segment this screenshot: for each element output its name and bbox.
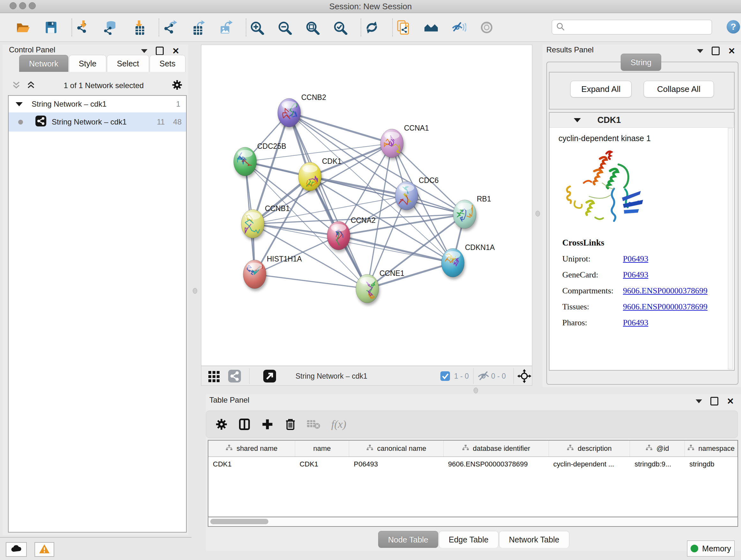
- network-collection-row[interactable]: String Network – cdk1 1: [9, 96, 186, 112]
- results-panel-collapse-icon[interactable]: [697, 49, 703, 53]
- network-node-CDK1[interactable]: [298, 162, 321, 191]
- birds-eye-grid-icon[interactable]: [207, 369, 221, 384]
- fit-selected-crosshair-icon[interactable]: [517, 369, 531, 384]
- network-node-CCNB2[interactable]: [278, 98, 300, 127]
- network-node-CCNE1[interactable]: [356, 274, 379, 303]
- add-column-icon[interactable]: [260, 417, 274, 431]
- network-edge[interactable]: [289, 113, 465, 214]
- results-scrollbar[interactable]: [728, 128, 733, 369]
- column-header-shared-name[interactable]: shared name: [208, 441, 295, 456]
- network-node-CDC25B[interactable]: [233, 147, 257, 176]
- crosslink-link[interactable]: 9606.ENSP00000378699: [623, 286, 708, 296]
- network-node-RB1[interactable]: [453, 200, 476, 229]
- control-panel-float-icon[interactable]: [156, 47, 164, 55]
- tab-network[interactable]: Network: [19, 55, 68, 72]
- close-window-icon[interactable]: [10, 2, 17, 9]
- search-box[interactable]: [552, 20, 712, 35]
- memory-button[interactable]: Memory: [687, 541, 735, 557]
- network-row-selected[interactable]: String Network – cdk1 11 48: [9, 112, 186, 132]
- column-header-description[interactable]: description: [549, 441, 630, 456]
- delete-column-trash-icon[interactable]: [283, 417, 297, 431]
- tab-network-table[interactable]: Network Table: [499, 531, 569, 548]
- zoom-out-icon[interactable]: [277, 20, 292, 35]
- tab-edge-table[interactable]: Edge Table: [439, 531, 498, 548]
- apply-layout-icon[interactable]: [364, 20, 379, 35]
- network-node-CCNB1[interactable]: [241, 209, 264, 238]
- show-hide-glass-icon[interactable]: [452, 20, 466, 35]
- table-settings-gear-icon[interactable]: [214, 417, 228, 431]
- network-node-CCNA2[interactable]: [327, 221, 350, 250]
- table-horizontal-scrollbar[interactable]: [208, 517, 738, 527]
- table-panel-float-icon[interactable]: [711, 397, 718, 406]
- results-panel-close-icon[interactable]: ✕: [728, 48, 735, 54]
- tab-string[interactable]: String: [621, 54, 661, 71]
- search-input[interactable]: [567, 23, 712, 32]
- tab-style[interactable]: Style: [69, 55, 107, 72]
- selected-checkbox-icon[interactable]: [440, 371, 450, 382]
- save-session-icon[interactable]: [44, 20, 58, 35]
- open-session-icon[interactable]: [16, 20, 30, 35]
- help-button[interactable]: ?: [727, 20, 740, 34]
- network-node-CDC6[interactable]: [395, 181, 418, 210]
- string-publications-icon[interactable]: [396, 20, 411, 35]
- expand-all-button[interactable]: Expand All: [570, 81, 631, 98]
- column-header-canonical-name[interactable]: canonical name: [349, 441, 444, 456]
- show-graphics-details-icon[interactable]: [479, 20, 494, 35]
- open-in-window-icon[interactable]: [263, 369, 277, 384]
- import-table-file-icon[interactable]: [131, 20, 145, 35]
- zoom-selected-icon[interactable]: [333, 20, 347, 35]
- export-network-icon[interactable]: [162, 20, 177, 35]
- import-network-file-icon[interactable]: [75, 20, 90, 35]
- hidden-eye-slash-icon[interactable]: [477, 370, 490, 383]
- network-canvas[interactable]: CCNB2CCNA1CDC25BCDK1CDC6RB1CCNB1CCNA2CDK…: [201, 45, 532, 366]
- bottom-splitter-handle[interactable]: [474, 388, 478, 393]
- import-network-database-icon[interactable]: [103, 20, 118, 35]
- tab-sets[interactable]: Sets: [150, 55, 185, 72]
- results-panel-float-icon[interactable]: [712, 47, 720, 55]
- column-header-database-identifier[interactable]: database identifier: [444, 441, 549, 456]
- crosslink-link[interactable]: 9606.ENSP00000378699: [623, 302, 708, 312]
- string-network-icon: [35, 115, 47, 129]
- string-home-icon[interactable]: [424, 20, 439, 35]
- gene-section-header[interactable]: CDK1: [549, 113, 734, 128]
- column-header-name[interactable]: name: [295, 441, 349, 456]
- expand-all-icon[interactable]: [26, 80, 36, 91]
- warnings-button[interactable]: [35, 542, 54, 557]
- table-panel-close-icon[interactable]: ✕: [727, 398, 734, 405]
- cloud-button[interactable]: [6, 542, 27, 557]
- network-edge[interactable]: [289, 113, 392, 143]
- crosslink-link[interactable]: P06493: [623, 270, 648, 280]
- gene-expander-icon[interactable]: [574, 118, 581, 122]
- show-columns-icon[interactable]: [238, 417, 252, 431]
- network-edge[interactable]: [339, 236, 453, 263]
- crosslink-link[interactable]: P06493: [623, 254, 648, 264]
- network-node-CCNA1[interactable]: [381, 129, 403, 158]
- column-header--id[interactable]: @id: [630, 441, 685, 456]
- collapse-all-icon[interactable]: [11, 80, 21, 91]
- export-table-icon[interactable]: [190, 20, 205, 35]
- collapse-all-button[interactable]: Collapse All: [644, 81, 714, 98]
- zoom-in-icon[interactable]: [250, 20, 264, 35]
- network-edge[interactable]: [255, 274, 367, 289]
- collection-expander-icon[interactable]: [16, 102, 23, 106]
- crosslink-link[interactable]: P06493: [623, 318, 648, 327]
- export-image-icon[interactable]: [218, 20, 232, 35]
- maximize-window-icon[interactable]: [29, 2, 36, 9]
- network-share-icon[interactable]: [227, 369, 242, 384]
- column-header-namespace[interactable]: namespace: [685, 441, 738, 456]
- control-panel-collapse-icon[interactable]: [141, 49, 147, 53]
- tab-select[interactable]: Select: [107, 55, 149, 72]
- network-list-options-gear-icon[interactable]: [172, 79, 183, 91]
- column-label: namespace: [698, 444, 735, 453]
- table-row[interactable]: CDK1CDK1P064939606.ENSP00000378699cyclin…: [208, 457, 738, 472]
- network-node-HIST1H1A[interactable]: [243, 260, 266, 289]
- tab-node-table[interactable]: Node Table: [378, 531, 438, 548]
- minimize-window-icon[interactable]: [19, 2, 26, 9]
- left-splitter-handle[interactable]: [193, 288, 197, 294]
- right-splitter-handle[interactable]: [536, 211, 540, 216]
- network-node-CDKN1A[interactable]: [441, 248, 464, 277]
- control-panel-close-icon[interactable]: ✕: [172, 48, 179, 54]
- zoom-fit-content-icon[interactable]: [305, 20, 320, 35]
- table-panel-collapse-icon[interactable]: [696, 399, 702, 403]
- scrollbar-thumb[interactable]: [210, 519, 268, 524]
